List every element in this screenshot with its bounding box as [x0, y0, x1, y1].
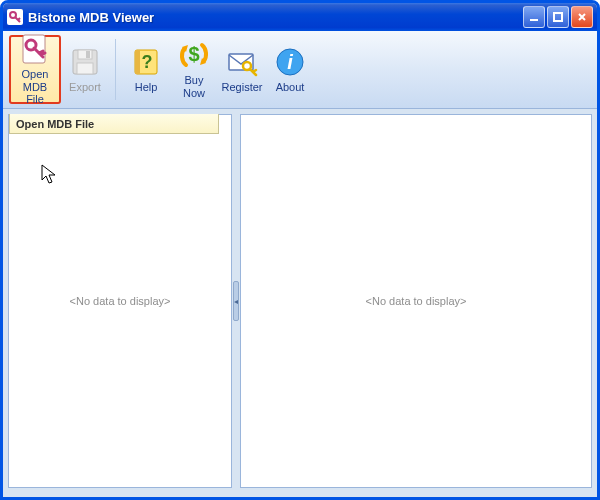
about-button[interactable]: i About — [266, 35, 314, 104]
svg-rect-7 — [86, 51, 90, 58]
splitter-handle-icon: ◂ — [233, 281, 239, 321]
buy-now-label: Buy Now — [173, 74, 215, 99]
toolbar: Open MDB File Export ? Help $ Buy Now Re… — [3, 31, 597, 109]
content-area: ▸ Open MDB File <No data to display> ◂ <… — [3, 109, 597, 493]
svg-text:i: i — [287, 51, 293, 73]
left-empty-message: <No data to display> — [9, 115, 231, 487]
svg-text:?: ? — [142, 52, 153, 72]
info-icon: i — [274, 46, 306, 78]
left-pane: ▸ Open MDB File <No data to display> — [8, 114, 232, 488]
tab-active[interactable]: Open MDB File — [9, 114, 219, 134]
svg-rect-10 — [135, 50, 140, 74]
floppy-icon — [69, 46, 101, 78]
tab-active-label: Open MDB File — [16, 118, 94, 130]
splitter[interactable]: ◂ — [232, 114, 240, 488]
help-button[interactable]: ? Help — [122, 35, 170, 104]
toolbar-separator — [115, 39, 116, 100]
svg-rect-2 — [554, 13, 562, 21]
buy-now-button[interactable]: $ Buy Now — [170, 35, 218, 104]
dollar-arrows-icon: $ — [178, 39, 210, 71]
export-button[interactable]: Export — [61, 35, 109, 104]
app-window: Bistone MDB Viewer Open MDB File Export … — [0, 0, 600, 500]
window-title: Bistone MDB Viewer — [28, 10, 523, 25]
window-controls — [523, 6, 593, 28]
register-button[interactable]: Register — [218, 35, 266, 104]
key-file-icon — [19, 33, 51, 65]
help-label: Help — [135, 81, 158, 94]
right-pane: <No data to display> — [240, 114, 592, 488]
minimize-button[interactable] — [523, 6, 545, 28]
open-mdb-button[interactable]: Open MDB File — [9, 35, 61, 104]
svg-rect-8 — [77, 63, 93, 74]
envelope-key-icon — [226, 46, 258, 78]
maximize-button[interactable] — [547, 6, 569, 28]
svg-rect-1 — [530, 19, 538, 21]
close-button[interactable] — [571, 6, 593, 28]
about-label: About — [276, 81, 305, 94]
app-icon — [7, 9, 23, 25]
svg-text:$: $ — [188, 43, 199, 65]
statusbar — [3, 493, 597, 497]
help-icon: ? — [130, 46, 162, 78]
right-empty-message: <No data to display> — [241, 115, 591, 487]
open-mdb-label: Open MDB File — [13, 68, 57, 106]
register-label: Register — [222, 81, 263, 94]
titlebar[interactable]: Bistone MDB Viewer — [3, 3, 597, 31]
export-label: Export — [69, 81, 101, 94]
